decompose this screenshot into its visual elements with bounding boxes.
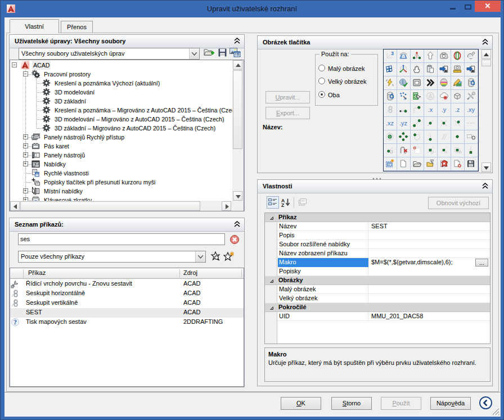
svg-text:3: 3	[391, 51, 394, 56]
svg-text:Z: Z	[281, 202, 284, 207]
svg-text:a: a	[402, 53, 405, 59]
svg-text:A: A	[428, 93, 433, 100]
svg-text:.xy: .xy	[467, 106, 475, 113]
svg-text:.z: .z	[455, 106, 460, 113]
svg-text:.yz: .yz	[399, 120, 407, 127]
svg-text:.x: .x	[428, 106, 433, 113]
svg-text:n: n	[404, 97, 406, 101]
svg-text:.xz: .xz	[386, 120, 394, 127]
svg-text:.y: .y	[442, 106, 447, 113]
